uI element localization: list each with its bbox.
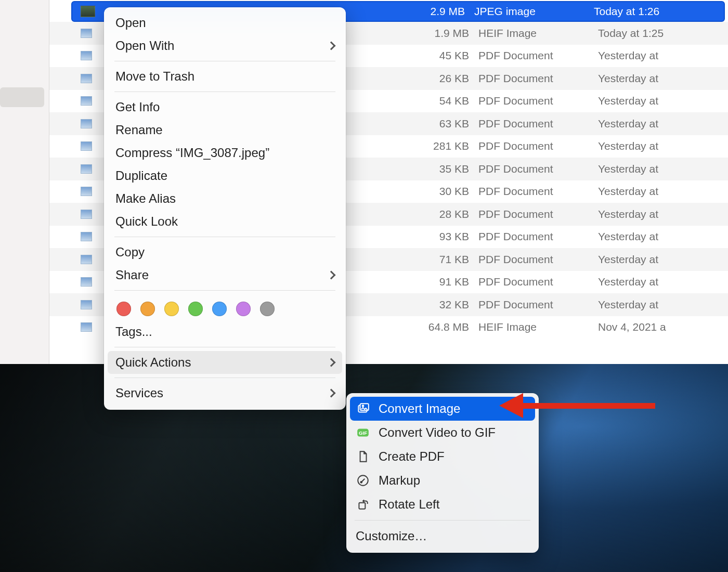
file-size: 35 KB bbox=[411, 163, 478, 175]
document-icon bbox=[356, 449, 370, 464]
file-thumbnail-icon bbox=[81, 96, 92, 106]
menu-services[interactable]: Services bbox=[104, 382, 346, 405]
context-menu: Open Open With Move to Trash Get Info Re… bbox=[104, 7, 346, 410]
file-date: Yesterday at bbox=[598, 140, 723, 152]
file-size: 71 KB bbox=[411, 253, 478, 266]
menu-share[interactable]: Share bbox=[104, 264, 346, 287]
file-kind: PDF Document bbox=[478, 230, 598, 243]
file-thumbnail-icon bbox=[81, 29, 92, 38]
menu-separator bbox=[114, 347, 335, 347]
file-date: Yesterday at bbox=[598, 185, 723, 198]
submenu-label: Create PDF bbox=[379, 449, 445, 464]
menu-get-info[interactable]: Get Info bbox=[104, 96, 346, 119]
file-date: Nov 4, 2021 a bbox=[598, 321, 723, 333]
file-date: Yesterday at bbox=[598, 118, 723, 130]
file-kind: JPEG image bbox=[474, 5, 594, 18]
svg-point-2 bbox=[362, 405, 364, 407]
file-thumbnail-icon bbox=[81, 6, 95, 17]
menu-copy[interactable]: Copy bbox=[104, 241, 346, 264]
menu-duplicate[interactable]: Duplicate bbox=[104, 164, 346, 187]
file-thumbnail-icon bbox=[81, 300, 92, 309]
submenu-markup[interactable]: Markup bbox=[346, 469, 539, 492]
image-stack-icon bbox=[356, 401, 370, 416]
file-size: 93 KB bbox=[411, 230, 478, 243]
menu-separator bbox=[114, 290, 335, 291]
file-kind: HEIF Image bbox=[478, 27, 598, 40]
tag-color-dot[interactable] bbox=[116, 302, 131, 316]
file-kind: PDF Document bbox=[478, 208, 598, 220]
file-size: 28 KB bbox=[411, 208, 478, 220]
submenu-label: Rotate Left bbox=[379, 497, 439, 512]
markup-icon bbox=[356, 473, 370, 488]
submenu-convert-video-gif[interactable]: GIF Convert Video to GIF bbox=[346, 421, 539, 445]
sidebar-selected-item[interactable] bbox=[0, 87, 44, 107]
menu-rename[interactable]: Rename bbox=[104, 119, 346, 141]
menu-make-alias[interactable]: Make Alias bbox=[104, 187, 346, 210]
tag-color-dot[interactable] bbox=[164, 302, 179, 316]
file-thumbnail-icon bbox=[81, 232, 92, 241]
tag-color-dot[interactable] bbox=[212, 302, 227, 316]
submenu-rotate-left[interactable]: Rotate Left bbox=[346, 492, 539, 516]
chevron-right-icon bbox=[327, 389, 336, 398]
file-thumbnail-icon bbox=[81, 277, 92, 287]
file-kind: HEIF Image bbox=[478, 321, 598, 333]
menu-compress[interactable]: Compress “IMG_3087.jpeg” bbox=[104, 141, 346, 164]
file-date: Yesterday at bbox=[598, 276, 723, 288]
file-thumbnail-icon bbox=[81, 141, 92, 151]
file-thumbnail-icon bbox=[81, 187, 92, 196]
file-size: 30 KB bbox=[411, 185, 478, 198]
file-thumbnail-icon bbox=[81, 74, 92, 83]
menu-tags[interactable]: Tags... bbox=[104, 320, 346, 343]
file-date: Yesterday at bbox=[598, 230, 723, 243]
submenu-convert-image[interactable]: Convert Image bbox=[350, 397, 535, 421]
finder-sidebar bbox=[0, 0, 49, 364]
file-kind: PDF Document bbox=[478, 163, 598, 175]
submenu-create-pdf[interactable]: Create PDF bbox=[346, 445, 539, 469]
file-size: 54 KB bbox=[411, 95, 478, 107]
file-size: 26 KB bbox=[411, 72, 478, 85]
file-size: 45 KB bbox=[411, 49, 478, 62]
tag-color-dot[interactable] bbox=[140, 302, 155, 316]
gif-badge-icon: GIF bbox=[356, 425, 370, 440]
tag-color-dot[interactable] bbox=[188, 302, 203, 316]
file-date: Yesterday at bbox=[598, 298, 723, 311]
svg-text:GIF: GIF bbox=[359, 430, 367, 436]
tag-color-dot[interactable] bbox=[236, 302, 251, 316]
svg-point-6 bbox=[360, 482, 362, 483]
submenu-customize[interactable]: Customize… bbox=[346, 524, 539, 548]
file-kind: PDF Document bbox=[478, 298, 598, 311]
menu-open[interactable]: Open bbox=[104, 11, 346, 34]
submenu-label: Convert Image bbox=[379, 401, 460, 416]
menu-open-with[interactable]: Open With bbox=[104, 34, 346, 57]
file-date: Yesterday at bbox=[598, 49, 723, 62]
file-thumbnail-icon bbox=[81, 210, 92, 219]
menu-separator bbox=[114, 92, 335, 92]
chevron-right-icon bbox=[327, 358, 336, 367]
file-size: 64.8 MB bbox=[411, 321, 478, 333]
menu-move-to-trash[interactable]: Move to Trash bbox=[104, 65, 346, 88]
menu-quick-actions[interactable]: Quick Actions bbox=[108, 351, 342, 374]
tag-color-dot[interactable] bbox=[260, 302, 275, 316]
submenu-label: Customize… bbox=[356, 529, 427, 543]
file-kind: PDF Document bbox=[478, 49, 598, 62]
file-date: Yesterday at bbox=[598, 72, 723, 85]
file-thumbnail-icon bbox=[81, 51, 92, 60]
file-thumbnail-icon bbox=[81, 119, 92, 128]
file-date: Yesterday at bbox=[598, 253, 723, 266]
file-thumbnail-icon bbox=[81, 164, 92, 174]
file-kind: PDF Document bbox=[478, 72, 598, 85]
chevron-right-icon bbox=[327, 42, 336, 50]
menu-quick-look[interactable]: Quick Look bbox=[104, 210, 346, 233]
file-date: Yesterday at bbox=[598, 95, 723, 107]
menu-separator bbox=[114, 237, 335, 237]
file-size: 63 KB bbox=[411, 118, 478, 130]
file-date: Yesterday at bbox=[598, 163, 723, 175]
file-date: Today at 1:26 bbox=[594, 5, 719, 18]
file-date: Yesterday at bbox=[598, 208, 723, 220]
file-kind: PDF Document bbox=[478, 276, 598, 288]
rotate-left-icon bbox=[356, 497, 370, 512]
file-kind: PDF Document bbox=[478, 118, 598, 130]
file-thumbnail-icon bbox=[81, 322, 92, 332]
submenu-separator bbox=[355, 520, 530, 521]
file-size: 1.9 MB bbox=[411, 27, 478, 40]
